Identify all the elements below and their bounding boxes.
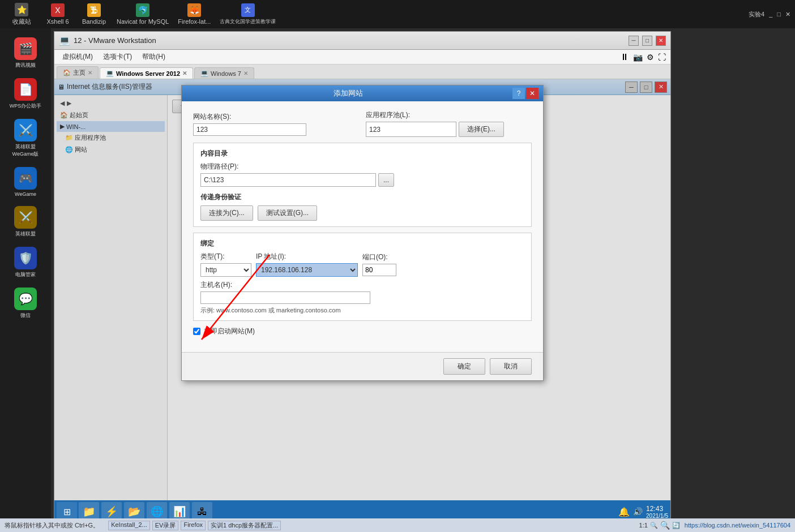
snapshot-btn[interactable]: 📷 (632, 52, 644, 63)
taskbar-right: 实验4 _ □ ✕ (749, 10, 790, 19)
dialog-titlebar: 添加网站 ? ✕ (182, 85, 543, 101)
taskbar-app-bandizip[interactable]: 🗜 Bandizip (77, 1, 111, 27)
close-button[interactable]: ✕ (656, 36, 666, 46)
start-immediately-row: 立即启动网站(M) (193, 327, 532, 336)
pause-btn[interactable]: ⏸ (619, 51, 630, 63)
dialog-footer: 确定 取消 (182, 352, 543, 380)
sidebar-wegame[interactable]: 🎮 WeGame (5, 164, 46, 200)
zoom-in-btn[interactable]: 🔍 (650, 522, 658, 529)
top-taskbar: ⭐ 收藏站 X Xshell 6 🗜 Bandizip 🐬 Navicat fo… (0, 0, 795, 28)
status-text: 将鼠标指针移入其中或按 Ctrl+G。 (5, 521, 99, 530)
tab-win7[interactable]: 💻 Windows 7 ✕ (194, 67, 254, 79)
sitename-input[interactable] (193, 123, 306, 136)
sidebar-wps[interactable]: 📄 WPS办公助手 (5, 75, 46, 113)
vm-taskbar-right: 🔔 🔊 12:43 2021/1/5 (618, 505, 668, 519)
taskbar-app-firefox[interactable]: 🦊 Firefox-lat... (174, 1, 214, 27)
sidebar-wechat[interactable]: 💬 微信 (5, 284, 46, 323)
zoom-controls: 1:1 🔍 🔍 🔄 (639, 521, 680, 530)
menu-vm[interactable]: 虚拟机(M) (58, 50, 97, 63)
tab-win2012-close[interactable]: ✕ (182, 70, 187, 76)
content-dir-title: 内容目录 (200, 149, 524, 158)
vmware-titlebar: 💻 12 - VMware Workstation ─ □ ✕ (54, 32, 670, 50)
url-display: https://blog.csdn.net/weixin_54117604 (685, 522, 790, 529)
taskbar-app-shoucanghzhan[interactable]: ⭐ 收藏站 (5, 1, 39, 27)
start-immediately-checkbox[interactable] (193, 328, 200, 335)
dialog-body: 网站名称(S): 应用程序池(L): 选择(E)... (182, 101, 543, 352)
sidebar-lol-wegame[interactable]: ⚔️ 英雄联盟WeGame版 (5, 115, 46, 161)
type-select[interactable]: http (200, 263, 251, 277)
fullscreen-btn[interactable]: ⛶ (657, 52, 667, 63)
start-immediately-label: 立即启动网站(M) (204, 327, 255, 336)
apppool-input[interactable] (366, 122, 456, 137)
vmware-window: 💻 12 - VMware Workstation ─ □ ✕ 虚拟机(M) 选… (54, 31, 671, 524)
vmware-tabs: 🏠 主页 ✕ 💻 Windows Server 2012 ✕ 💻 Windows… (54, 65, 670, 79)
tab-home[interactable]: 🏠 主页 ✕ (57, 66, 99, 79)
tab-win7-close[interactable]: ✕ (243, 70, 248, 76)
sidebar-pcmanager[interactable]: 🛡️ 电脑管家 (5, 243, 46, 282)
menu-help[interactable]: 帮助(H) (138, 50, 170, 63)
type-label: 类型(T): (200, 252, 237, 261)
connect-as-btn[interactable]: 连接为(C)... (200, 205, 253, 221)
vmware-title: 12 - VMware Workstation (74, 36, 625, 45)
dialog-close-btn[interactable]: ✕ (526, 88, 538, 99)
hostname-example: 示例: www.contoso.com 或 marketing.contoso.… (200, 306, 524, 315)
menu-tabs[interactable]: 选项卡(T) (99, 50, 136, 63)
physical-path-input[interactable] (200, 173, 376, 187)
binding-title: 绑定 (200, 239, 524, 248)
minimize-button[interactable]: ─ (629, 36, 639, 46)
ok-button[interactable]: 确定 (443, 358, 485, 375)
test-settings-btn[interactable]: 测试设置(G)... (258, 205, 317, 221)
vmware-menubar: 虚拟机(M) 选项卡(T) 帮助(H) ⏸ 📷 ⚙ ⛶ (54, 50, 670, 65)
zoom-level: 1:1 (639, 522, 648, 529)
sitename-label: 网站名称(S): (193, 112, 359, 122)
cancel-button[interactable]: 取消 (490, 358, 532, 375)
left-sidebar: 🎬 腾讯视频 📄 WPS办公助手 ⚔️ 英雄联盟WeGame版 🎮 WeGame… (0, 28, 51, 532)
settings-btn[interactable]: ⚙ (646, 52, 655, 63)
hostname-input[interactable] (200, 291, 370, 304)
maximize-button[interactable]: □ (642, 36, 652, 46)
taskbar-app-xshell[interactable]: X Xshell 6 (41, 1, 75, 27)
taskbar-item-2[interactable]: Firefox (181, 521, 206, 530)
browse-path-btn[interactable]: ... (378, 173, 394, 187)
bottom-status-bar: 将鼠标指针移入其中或按 Ctrl+G。 KeInstall_2... EV录屏 … (0, 518, 795, 532)
apppool-label: 应用程序池(L): (366, 110, 532, 120)
apppool-select-btn[interactable]: 选择(E)... (459, 122, 504, 137)
volume-icon[interactable]: 🔊 (633, 507, 643, 516)
notification-icon[interactable]: 🔔 (618, 507, 630, 517)
sidebar-tencent-video[interactable]: 🎬 腾讯视频 (5, 34, 46, 72)
dialog-title: 添加网站 (186, 88, 510, 98)
binding-row: 类型(T): http IP 地址(I): 192.168.106.128 (200, 252, 524, 277)
taskbar-item-0[interactable]: KeInstall_2... (108, 521, 150, 530)
physical-path-label: 物理路径(P): (200, 162, 524, 171)
binding-section: 绑定 类型(T): http IP 地址(I): (193, 233, 532, 321)
bottom-bar-right: 1:1 🔍 🔍 🔄 https://blog.csdn.net/weixin_5… (639, 521, 790, 530)
dialog-help-btn[interactable]: ? (512, 88, 525, 99)
vm-clock: 12:43 2021/1/5 (646, 505, 668, 519)
hostname-section: 主机名(H): 示例: www.contoso.com 或 marketing.… (200, 280, 524, 315)
dialog-title-buttons: ? ✕ (512, 88, 538, 99)
ip-select[interactable]: 192.168.106.128 (256, 263, 358, 277)
dialog-overlay: 添加网站 ? ✕ 网站名称(S): 应用程序池 (54, 79, 670, 500)
ip-label: IP 地址(I): (256, 252, 293, 261)
port-input[interactable] (362, 264, 396, 276)
refresh-btn[interactable]: 🔄 (672, 522, 680, 529)
taskbar-app-culture[interactable]: 文 古典文化国学进策教学课 (216, 1, 279, 27)
hostname-label: 主机名(H): (200, 280, 524, 290)
tab-win2012[interactable]: 💻 Windows Server 2012 ✕ (100, 67, 193, 79)
sitename-row: 网站名称(S): 应用程序池(L): 选择(E)... (193, 110, 532, 137)
taskbar-app-navicat[interactable]: 🐬 Navicat for MySQL (113, 1, 172, 27)
port-label: 端口(O): (362, 252, 399, 262)
zoom-out-btn[interactable]: 🔍 (660, 521, 670, 530)
add-website-dialog: 添加网站 ? ✕ 网站名称(S): 应用程序池 (181, 85, 544, 381)
passthrough-title: 传递身份验证 (200, 192, 524, 202)
taskbar-item-3[interactable]: 实训1 dhcp服务器配置... (208, 521, 281, 530)
vm-content: 🖥 Internet 信息服务(IIS)管理器 ─ □ ✕ ◀▶ 🏠 起始页 ▶… (54, 79, 670, 523)
taskbar-item-1[interactable]: EV录屏 (152, 521, 179, 530)
sidebar-lol[interactable]: ⚔️ 英雄联盟 (5, 203, 46, 241)
content-dir-section: 内容目录 物理路径(P): ... 传递身份验证 (193, 143, 532, 227)
physical-path-row: 物理路径(P): ... (200, 162, 524, 187)
tab-home-close[interactable]: ✕ (88, 70, 92, 76)
